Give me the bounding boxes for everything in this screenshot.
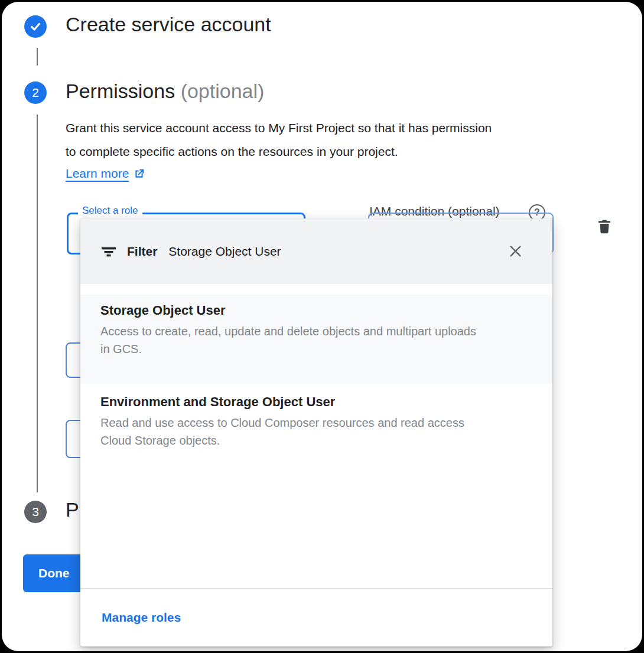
step2-title-optional: (optional) (181, 80, 265, 102)
trash-icon (596, 217, 613, 236)
role-option-title: Environment and Storage Object User (100, 394, 529, 410)
role-option-storage-object-user[interactable]: Storage Object User Access to create, re… (80, 295, 552, 384)
step2-title-text: Permissions (66, 80, 175, 102)
close-icon[interactable] (506, 243, 524, 260)
step-connector-line (37, 48, 38, 66)
step-connector-line (37, 115, 38, 492)
create-service-account-panel: Create service account 2 Permissions (op… (2, 2, 642, 651)
role-filter-bar[interactable]: Filter Storage Object User (80, 218, 552, 284)
filter-icon (101, 245, 116, 258)
step1-completed-badge (24, 15, 47, 38)
step2-title: Permissions (optional) (66, 80, 264, 103)
learn-more-label: Learn more (66, 166, 129, 181)
step2-number: 2 (32, 86, 39, 100)
open-in-new-icon (133, 168, 145, 180)
step2-badge: 2 (24, 81, 47, 104)
role-dropdown-panel: Filter Storage Object User Storage Objec… (80, 218, 552, 647)
filter-query-text[interactable]: Storage Object User (168, 244, 281, 259)
check-icon (29, 20, 42, 33)
delete-role-button[interactable] (593, 214, 616, 239)
step2-description: Grant this service account access to My … (66, 116, 503, 164)
step1-title: Create service account (66, 13, 271, 36)
manage-roles-link[interactable]: Manage roles (102, 610, 181, 625)
learn-more-link[interactable]: Learn more (66, 166, 145, 181)
done-label: Done (38, 566, 70, 580)
role-option-title: Storage Object User (100, 303, 529, 318)
step3-badge: 3 (24, 501, 47, 523)
filter-label: Filter (127, 244, 157, 259)
dropdown-footer: Manage roles (80, 588, 552, 647)
role-option-environment-and-storage-object-user[interactable]: Environment and Storage Object User Read… (80, 384, 552, 479)
step3-number: 3 (32, 505, 39, 519)
role-option-description: Read and use access to Cloud Composer re… (100, 414, 479, 449)
role-option-description: Access to create, read, update and delet… (100, 322, 479, 358)
step3-title: P (66, 498, 79, 521)
select-role-label: Select a role (78, 205, 142, 217)
